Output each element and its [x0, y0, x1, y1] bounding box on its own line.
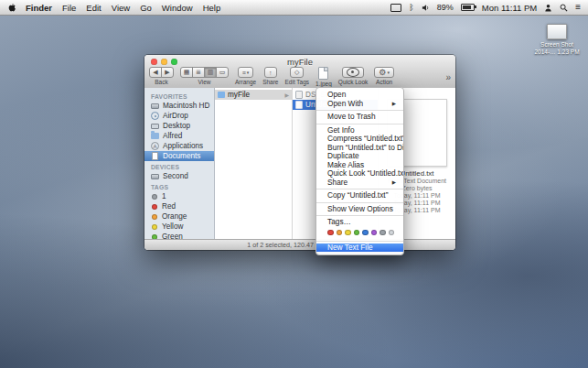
edit-tags-button[interactable]: ◇: [290, 67, 304, 78]
share-group: ↑ Share: [262, 67, 278, 85]
share-label: Share: [262, 79, 278, 85]
tag-dot-red: [152, 204, 157, 210]
sidebar-item-alfred[interactable]: Alfred: [144, 131, 214, 141]
user-icon[interactable]: [544, 4, 552, 12]
share-button[interactable]: ↑: [264, 67, 277, 78]
battery-icon: [461, 4, 475, 11]
menu-tag-color-row: [316, 227, 403, 239]
tag-color-orange[interactable]: [337, 230, 343, 236]
menu-item-compress[interactable]: Compress “Untitled.txt”: [316, 135, 403, 144]
folder-icon: [151, 133, 159, 139]
quick-look-group: Quick Look: [338, 67, 369, 85]
menu-item-show-view-options[interactable]: Show View Options: [316, 205, 403, 214]
folder-icon: [218, 92, 225, 98]
submenu-arrow-icon: ▶: [392, 179, 396, 188]
menu-help[interactable]: Help: [203, 3, 221, 13]
back-button[interactable]: ◀: [149, 67, 162, 78]
desktop: Finder File Edit View Go Window Help ᛒ 8…: [0, 0, 588, 368]
menu-finder[interactable]: Finder: [26, 3, 52, 13]
sidebar-item-applications[interactable]: A Applications: [144, 141, 214, 151]
menu-window[interactable]: Window: [162, 3, 193, 13]
sidebar-tag-orange[interactable]: Orange: [144, 211, 214, 222]
arrange-button[interactable]: ≡ ▾: [238, 67, 254, 78]
edit-tags-label: Edit Tags: [284, 79, 309, 85]
spotlight-icon[interactable]: [560, 4, 568, 12]
tag-color-purple[interactable]: [371, 230, 378, 236]
sidebar-item-label: Yellow: [162, 222, 183, 231]
arrange-icon: ≡: [242, 70, 246, 76]
menu-item-copy[interactable]: Copy “Untitled.txt”: [316, 191, 403, 200]
notification-center-icon[interactable]: ≡: [575, 3, 581, 12]
action-button[interactable]: ⚙ ▾: [374, 67, 394, 78]
sidebar-item-airdrop[interactable]: AirDrop: [144, 111, 214, 121]
arrange-group: ≡ ▾ Arrange: [235, 67, 256, 85]
screenshot-thumbnail: [547, 24, 567, 39]
tag-color-none[interactable]: [389, 230, 395, 236]
sidebar-tag-1[interactable]: 1: [144, 191, 214, 201]
sidebar-item-label: AirDrop: [163, 112, 188, 120]
menu-item-move-to-trash[interactable]: Move to Trash: [316, 113, 403, 122]
icon-view-button[interactable]: ▦: [180, 67, 193, 78]
menu-go[interactable]: Go: [140, 3, 152, 13]
preview-size: Zero bytes: [401, 185, 432, 192]
menu-view[interactable]: View: [112, 3, 130, 13]
menu-item-duplicate[interactable]: Duplicate: [316, 152, 403, 161]
toolbar-overflow-button[interactable]: »: [445, 72, 451, 82]
toolbar-file-item[interactable]: 1.jpeg: [315, 67, 332, 87]
menu-item-open[interactable]: Open: [316, 91, 403, 100]
menu-separator: [316, 215, 403, 216]
coverflow-view-button[interactable]: ▭: [216, 67, 229, 78]
menu-item-share[interactable]: Share▶: [316, 179, 403, 188]
menu-bar: Finder File Edit View Go Window Help ᛒ 8…: [0, 0, 588, 16]
chevron-right-icon: ▶: [284, 92, 289, 98]
column-view-button[interactable]: ▥: [204, 67, 217, 78]
menubar-status-area: ᛒ 89% Mon 11:11 PM ≡: [390, 3, 581, 13]
view-label: View: [198, 79, 211, 85]
desktop-file-screenshot[interactable]: Screen Shot 2014-… 1.23 PM: [531, 24, 583, 55]
document-icon: [318, 67, 328, 80]
sidebar-tag-yellow[interactable]: Yellow: [144, 222, 214, 232]
menu-separator: [316, 241, 403, 242]
sidebar-header-favorites: FAVORITES: [144, 91, 214, 101]
sidebar-item-label: Applications: [163, 142, 203, 150]
folder-row-myfile[interactable]: myFile ▶: [215, 90, 292, 100]
tag-color-yellow[interactable]: [345, 230, 351, 236]
sidebar-header-tags: TAGS: [144, 181, 214, 191]
sidebar-item-second[interactable]: Second: [144, 171, 214, 181]
sidebar-item-label: Orange: [162, 212, 187, 221]
quick-look-label: Quick Look: [338, 79, 369, 85]
apple-menu[interactable]: [7, 3, 16, 13]
display-icon[interactable]: [390, 4, 401, 12]
menu-item-new-text-file[interactable]: New Text File: [316, 244, 403, 253]
menu-item-open-with[interactable]: Open With▶: [316, 100, 403, 109]
gear-icon: ⚙: [379, 69, 386, 77]
tag-color-red[interactable]: [327, 230, 334, 236]
list-view-button[interactable]: ≣: [192, 67, 205, 78]
menu-separator: [316, 202, 403, 203]
forward-button[interactable]: ▶: [161, 67, 174, 78]
menu-item-tags[interactable]: Tags…: [316, 218, 403, 227]
finder-window: myFile ◀ ▶ Back ▦ ≣ ▥ ▭ View: [144, 55, 455, 250]
menu-edit[interactable]: Edit: [86, 3, 101, 13]
menu-file[interactable]: File: [62, 3, 76, 13]
screenshot-label: Screen Shot 2014-… 1.23 PM: [534, 41, 579, 55]
menu-item-make-alias[interactable]: Make Alias: [316, 161, 403, 170]
menubar-clock[interactable]: Mon 11:11 PM: [482, 3, 537, 13]
toolbar-file-label: 1.jpeg: [315, 81, 332, 87]
tag-color-green[interactable]: [354, 230, 360, 236]
tag-color-blue[interactable]: [362, 230, 369, 236]
airdrop-icon: [151, 112, 159, 120]
sidebar-item-macintosh-hd[interactable]: Macintosh HD: [144, 101, 214, 111]
back-label: Back: [155, 79, 167, 85]
desktop-icon: [151, 124, 159, 129]
menu-item-get-info[interactable]: Get Info: [316, 126, 403, 135]
sidebar-item-documents[interactable]: Documents: [144, 151, 214, 161]
bluetooth-icon[interactable]: ᛒ: [409, 4, 413, 12]
menu-item-quick-look[interactable]: Quick Look “Untitled.txt”: [316, 169, 403, 179]
menu-item-burn[interactable]: Burn “Untitled.txt” to Disc…: [316, 144, 403, 153]
sidebar-item-desktop[interactable]: Desktop: [144, 121, 214, 131]
sidebar-tag-red[interactable]: Red: [144, 201, 214, 211]
tag-color-gray[interactable]: [380, 230, 386, 236]
volume-icon[interactable]: [422, 4, 430, 12]
quick-look-button[interactable]: [342, 67, 364, 78]
